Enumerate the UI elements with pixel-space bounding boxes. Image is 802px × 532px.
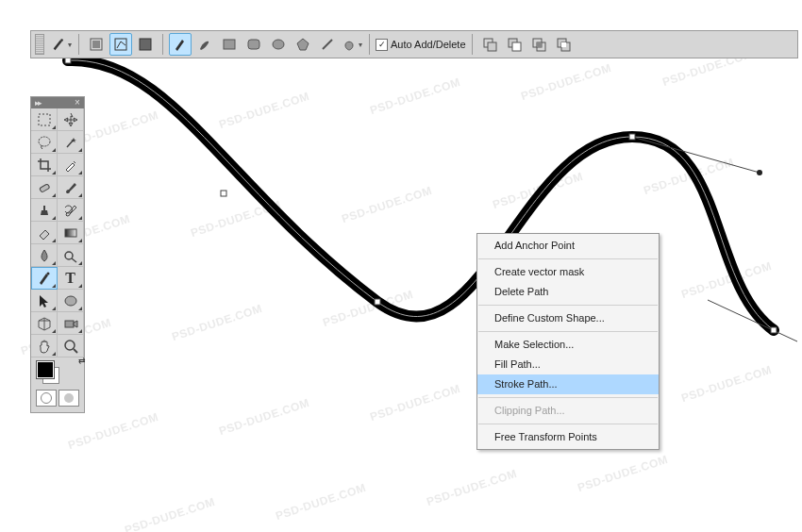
svg-rect-19 (488, 42, 496, 51)
options-bar-grip[interactable] (35, 34, 44, 55)
menu-add-anchor-point[interactable]: Add Anchor Point (477, 236, 659, 256)
tool-preset-picker[interactable]: ▾ (50, 33, 73, 56)
menu-create-vector-mask[interactable]: Create vector mask (477, 262, 659, 282)
dodge-tool[interactable] (58, 244, 84, 267)
pen-tool[interactable] (31, 267, 58, 290)
3d-tool[interactable] (31, 312, 58, 335)
menu-free-transform-points[interactable]: Free Transform Points (477, 427, 659, 447)
watermark-text: PSD-DUDE.COM (642, 156, 735, 197)
menu-make-selection[interactable]: Make Selection... (477, 335, 659, 355)
svg-rect-12 (140, 39, 151, 50)
zoom-tool[interactable] (58, 335, 84, 357)
type-tool[interactable]: T (58, 267, 84, 290)
lasso-tool[interactable] (31, 131, 58, 154)
standard-mode-button[interactable] (36, 390, 57, 407)
magic-wand-tool[interactable] (58, 131, 84, 154)
hand-tool[interactable] (31, 335, 58, 357)
menu-delete-path[interactable]: Delete Path (477, 282, 659, 302)
3d-camera-tool[interactable] (58, 312, 84, 335)
watermark-text: PSD-DUDE.COM (679, 259, 773, 301)
freeform-pen-icon[interactable] (193, 33, 216, 56)
svg-point-15 (273, 40, 284, 49)
path-intersect-icon[interactable] (527, 33, 550, 56)
tools-panel: ▸▸ × T ⇄ (30, 96, 85, 413)
foreground-color-swatch[interactable] (37, 361, 54, 378)
collapse-icon[interactable]: ▸▸ (35, 98, 41, 108)
svg-point-32 (65, 252, 73, 259)
svg-rect-13 (224, 40, 235, 49)
watermark-text: PSD-DUDE.COM (274, 481, 367, 523)
options-bar: ▾ ▾ ✓ Auto Add/Delete (30, 30, 798, 58)
watermark-text: PSD-DUDE.COM (340, 184, 433, 225)
path-subtract-icon[interactable] (503, 33, 526, 56)
shape-tool[interactable] (58, 290, 84, 312)
brush-tool[interactable] (58, 176, 84, 199)
paths-button[interactable] (109, 33, 132, 56)
clone-stamp-tool[interactable] (31, 199, 58, 222)
svg-rect-14 (248, 40, 259, 49)
pen-tool-icon[interactable] (169, 33, 192, 56)
line-shape-icon[interactable] (316, 33, 339, 56)
svg-point-33 (46, 272, 49, 274)
watermark-text: PSD-DUDE.COM (519, 61, 612, 103)
watermark-text: PSD-DUDE.COM (170, 302, 263, 343)
polygon-shape-icon[interactable] (292, 33, 314, 56)
menu-define-custom-shape[interactable]: Define Custom Shape... (477, 308, 659, 328)
svg-rect-35 (65, 321, 74, 327)
svg-rect-24 (537, 42, 542, 47)
watermark-text: PSD-DUDE.COM (368, 382, 461, 424)
path-selection-tool[interactable] (31, 290, 58, 312)
rounded-rect-shape-icon[interactable] (242, 33, 265, 56)
menu-clipping-path: Clipping Path... (477, 401, 659, 421)
svg-point-34 (65, 296, 76, 306)
ellipse-shape-icon[interactable] (267, 33, 290, 56)
svg-rect-10 (92, 41, 100, 48)
watermark-text: PSD-DUDE.COM (189, 198, 282, 240)
menu-fill-path[interactable]: Fill Path... (477, 355, 659, 374)
svg-point-36 (65, 341, 75, 350)
watermark-text: PSD-DUDE.COM (368, 75, 461, 117)
blur-tool[interactable] (31, 244, 58, 267)
history-brush-tool[interactable] (58, 199, 84, 222)
svg-rect-4 (221, 191, 226, 196)
move-tool[interactable] (58, 108, 84, 131)
swap-colors-icon[interactable]: ⇄ (78, 356, 86, 365)
quick-mask-button[interactable] (58, 390, 79, 407)
watermark-text: PSD-DUDE.COM (491, 170, 584, 211)
path-add-icon[interactable] (478, 33, 501, 56)
menu-stroke-path[interactable]: Stroke Path... (477, 374, 659, 394)
close-icon[interactable]: × (73, 98, 82, 108)
path-exclude-icon[interactable] (552, 33, 575, 56)
watermark-text: PSD-DUDE.COM (576, 453, 669, 494)
marquee-tool[interactable] (31, 108, 58, 131)
svg-rect-27 (561, 42, 566, 47)
crop-tool[interactable] (31, 154, 58, 176)
watermark-text: PSD-DUDE.COM (123, 495, 216, 532)
watermark-text: PSD-DUDE.COM (66, 410, 159, 452)
healing-brush-tool[interactable] (31, 176, 58, 199)
fill-pixels-button[interactable] (134, 33, 157, 56)
svg-rect-21 (512, 42, 521, 51)
svg-line-2 (708, 300, 797, 341)
custom-shape-icon[interactable]: ▾ (341, 33, 363, 56)
svg-point-29 (39, 137, 50, 146)
svg-point-8 (60, 39, 63, 42)
svg-rect-7 (771, 327, 777, 333)
color-swatches[interactable]: ⇄ (31, 357, 84, 386)
watermark-text: PSD-DUDE.COM (217, 90, 310, 131)
svg-rect-31 (65, 229, 76, 237)
check-icon: ✓ (376, 39, 388, 51)
eraser-tool[interactable] (31, 222, 58, 244)
gradient-tool[interactable] (58, 222, 84, 244)
shape-layers-button[interactable] (85, 33, 108, 56)
svg-rect-6 (629, 134, 635, 140)
svg-point-1 (757, 170, 762, 175)
eyedropper-tool[interactable] (58, 154, 84, 176)
rectangle-shape-icon[interactable] (218, 33, 241, 56)
tools-panel-header[interactable]: ▸▸ × (31, 97, 84, 108)
auto-add-delete-checkbox[interactable]: ✓ Auto Add/Delete (376, 39, 466, 51)
watermark-text: PSD-DUDE.COM (425, 467, 518, 508)
svg-line-17 (323, 40, 332, 49)
path-context-menu: Add Anchor Point Create vector mask Dele… (476, 233, 660, 450)
svg-rect-30 (39, 183, 49, 191)
